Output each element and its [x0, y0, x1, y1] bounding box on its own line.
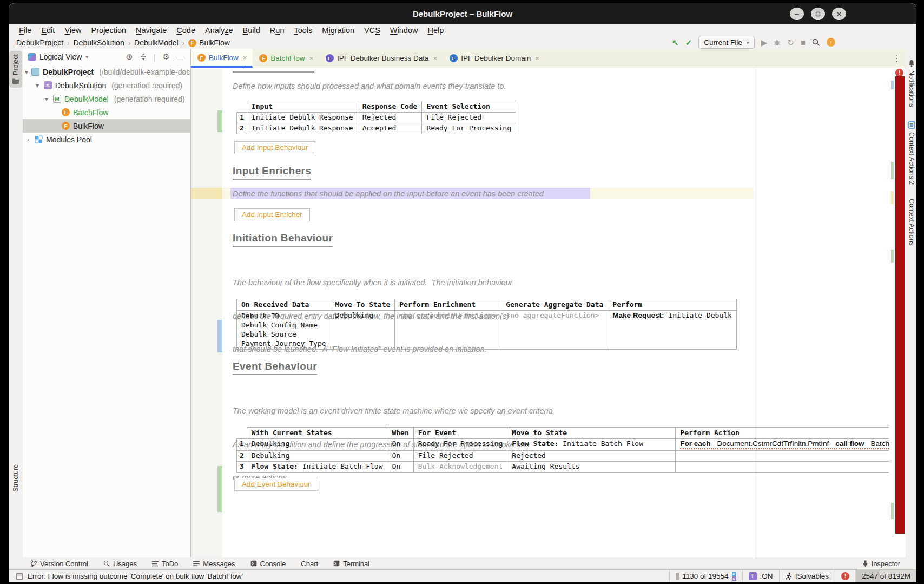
chevron-down-icon[interactable]: ▾ [85, 54, 88, 60]
tree-item-modules-pool[interactable]: › Modules Pool [23, 133, 190, 146]
tab-domain[interactable]: E IPF Debulker Domain × [443, 49, 545, 68]
caret-position-widget[interactable]: 1130 of 19554 D S [669, 570, 742, 582]
cell-move[interactable]: Rejected [507, 451, 676, 462]
menu-navigate[interactable]: Navigate [131, 26, 171, 35]
tree-item-batchflow[interactable]: F BatchFlow [23, 106, 190, 119]
chevron-down-icon[interactable]: ▾ [25, 68, 28, 76]
tab-bulkflow[interactable]: F BulkFlow × [191, 49, 253, 68]
chevron-down-icon[interactable]: ▾ [34, 82, 41, 89]
nav-back-icon[interactable]: ↖ [672, 38, 679, 47]
hide-panel-icon[interactable]: — [177, 53, 185, 62]
close-icon[interactable]: × [433, 54, 438, 62]
stop-button[interactable]: ■ [801, 38, 806, 47]
cell-states[interactable]: Debulking [247, 439, 387, 451]
error-count-widget[interactable]: ! [835, 570, 855, 582]
tree-item-debulksolution[interactable]: ▾ S DebulkSolution (generation required) [23, 78, 190, 92]
menu-edit[interactable]: Edit [36, 26, 60, 35]
chevron-down-icon[interactable]: ▾ [43, 95, 50, 103]
menu-analyze[interactable]: Analyze [200, 26, 238, 35]
breadcrumb-solution[interactable]: DebulkSolution [74, 38, 124, 47]
menu-run[interactable]: Run [265, 26, 289, 35]
tree-item-bulkflow-selected[interactable]: F BulkFlow [23, 119, 190, 133]
cell-event[interactable]: Bulk Acknowledgement [413, 462, 507, 473]
tool-button-inspector[interactable]: Inspector [862, 560, 900, 568]
cell-action[interactable] [676, 451, 889, 462]
cell-response[interactable]: Accepted [358, 123, 422, 134]
cell-enrichment[interactable]: <no enrichmentFunction> [395, 311, 501, 350]
minimize-button[interactable] [790, 8, 804, 20]
debug-icon[interactable] [774, 39, 781, 46]
gear-icon[interactable]: ⚙ [163, 52, 170, 62]
menu-migration[interactable]: Migration [317, 26, 359, 35]
collapse-all-icon[interactable] [140, 54, 147, 60]
tool-button-notifications[interactable]: Notifications [908, 70, 915, 107]
error-stripe[interactable] [895, 76, 905, 534]
check-flag-icon[interactable]: ✓ [685, 38, 692, 47]
cell-event[interactable]: Ready For Processing [422, 123, 516, 134]
tool-button-messages[interactable]: Messages [193, 560, 235, 568]
cell-received-data[interactable]: Debulk ID Debulk Config Name Debulk Sour… [237, 311, 331, 350]
breadcrumb-project[interactable]: DebulkProject [16, 38, 63, 47]
tool-button-version-control[interactable]: Version Control [30, 560, 88, 568]
ide-update-icon[interactable]: ↑ [827, 38, 835, 47]
cell-event[interactable]: File Rejected [413, 451, 507, 462]
menu-file[interactable]: File [14, 26, 36, 35]
tree-item-debulkmodel[interactable]: ▾ M DebulkModel (generation required) [23, 92, 190, 106]
cell-perform[interactable]: Make Request: Initiate Debulk [608, 311, 737, 350]
menu-code[interactable]: Code [171, 26, 200, 35]
tool-button-terminal[interactable]: Terminal [333, 560, 369, 568]
breadcrumb-model[interactable]: DebulkModel [134, 38, 179, 47]
menu-view[interactable]: View [60, 26, 86, 35]
tool-button-console[interactable]: Console [250, 560, 286, 568]
cell-response[interactable]: Rejected [358, 113, 422, 123]
cell-input[interactable]: Initiate Debulk Response [247, 113, 358, 123]
close-icon[interactable]: × [243, 54, 247, 62]
chevron-right-icon[interactable]: › [25, 136, 31, 143]
maximize-button[interactable] [811, 8, 825, 20]
cell-states[interactable]: Flow State: Initiate Batch Flow [247, 462, 387, 473]
add-event-behaviour-button[interactable]: Add Event Behaviour [234, 478, 318, 491]
tool-button-chart[interactable]: Chart [301, 560, 318, 568]
tool-button-todo[interactable]: ToDo [152, 560, 178, 568]
close-button[interactable] [832, 8, 846, 20]
locate-icon[interactable]: ⊕ [126, 52, 133, 62]
tool-button-context-actions-2[interactable]: Context Actions 2 [908, 132, 915, 185]
cell-aggregate[interactable]: <no aggregateFunction> [501, 311, 608, 350]
search-icon[interactable] [812, 38, 820, 47]
scroll-marker-strip[interactable] [889, 69, 895, 557]
cell-action[interactable]: For eachDocument.CstmrCdtTrfInitn.PmtInf… [676, 439, 889, 451]
cell-when[interactable]: On [387, 462, 413, 473]
menu-projection[interactable]: Projection [87, 26, 131, 35]
add-input-behaviour-button[interactable]: Add Input Behaviour [234, 141, 315, 154]
breadcrumb-bulkflow[interactable]: F BulkFlow [188, 38, 230, 47]
context-actions-icon[interactable] [908, 121, 915, 129]
menu-tools[interactable]: Tools [289, 26, 317, 35]
menu-build[interactable]: Build [238, 26, 265, 35]
cell-event[interactable]: Ready For Processing [413, 439, 507, 451]
cell-states[interactable]: Debulking [247, 451, 387, 462]
window-status-icon[interactable] [16, 573, 23, 580]
menu-help[interactable]: Help [423, 26, 448, 35]
solvables-widget[interactable]: ISolvables [779, 570, 835, 582]
typing-assist-widget[interactable]: T :ON [742, 570, 779, 582]
tab-business-data[interactable]: L IPF Debulker Business Data × [319, 49, 443, 68]
cell-move[interactable]: Awaiting Results [507, 462, 676, 473]
memory-indicator[interactable]: 2547 of 8192M [855, 570, 916, 582]
tool-button-context-actions[interactable]: Context Actions [908, 199, 915, 246]
close-icon[interactable]: × [309, 54, 313, 62]
tool-button-project[interactable]: Project [9, 51, 22, 88]
menu-vcs[interactable]: VCS [359, 26, 385, 35]
editor-options-kebab-icon[interactable]: ⋮ [893, 54, 901, 63]
add-input-enricher-button[interactable]: Add Input Enricher [234, 208, 310, 221]
cell-input[interactable]: Initiate Debulk Response [247, 123, 358, 134]
view-selector[interactable]: Logical View [39, 53, 82, 61]
tool-button-usages[interactable]: Usages [103, 560, 137, 568]
cell-move[interactable]: Flow State: Initiate Batch Flow [507, 439, 676, 451]
close-icon[interactable]: × [535, 54, 539, 62]
tab-batchflow[interactable]: F BatchFlow × [253, 49, 319, 68]
cell-when[interactable]: On [387, 451, 413, 462]
cell-move-to-state[interactable]: Debulking [331, 311, 395, 350]
tool-button-structure[interactable]: Structure [9, 461, 22, 495]
run-config-select[interactable]: Current File ▾ [698, 36, 755, 49]
rerun-icon[interactable]: ↻ [787, 38, 794, 47]
